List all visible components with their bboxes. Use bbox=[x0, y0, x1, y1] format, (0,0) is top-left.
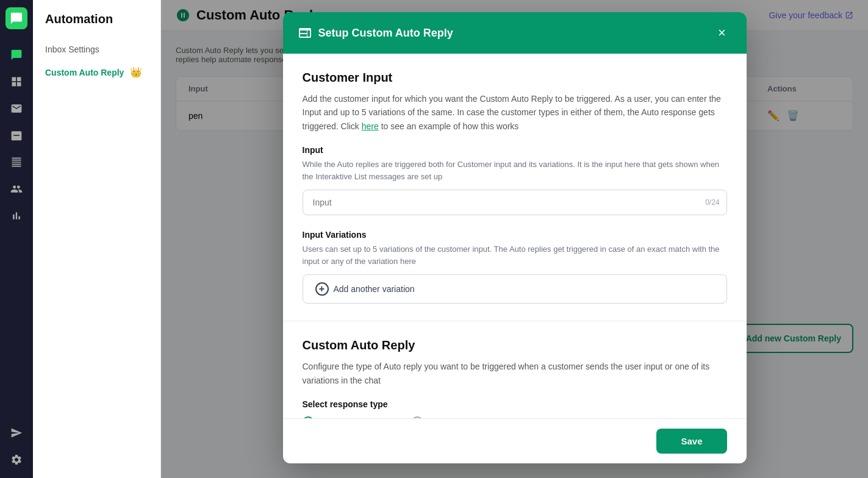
here-link[interactable]: here bbox=[362, 121, 379, 131]
customer-input-description: Add the customer input for which you wan… bbox=[303, 92, 727, 133]
modal-close-button[interactable]: × bbox=[712, 23, 732, 43]
app-logo bbox=[5, 7, 27, 29]
auto-reply-heading: Custom Auto Reply bbox=[303, 338, 727, 352]
input-field-wrapper: 0/24 bbox=[303, 190, 727, 215]
input-field-desc: While the Auto replies are triggered bot… bbox=[303, 159, 727, 182]
input-field[interactable] bbox=[303, 190, 727, 215]
plus-icon: + bbox=[315, 282, 329, 296]
app-title: Automation bbox=[33, 12, 160, 38]
sidebar-item-custom-auto-reply[interactable]: Custom Auto Reply 👑 bbox=[33, 60, 160, 84]
settings-sidebar-icon[interactable] bbox=[5, 449, 27, 471]
customer-input-heading: Customer Input bbox=[303, 71, 727, 85]
modal-title: Setup Custom Auto Reply bbox=[298, 26, 453, 40]
grid-sidebar-icon[interactable] bbox=[5, 71, 27, 93]
people-sidebar-icon[interactable] bbox=[5, 178, 27, 200]
inbox-sidebar-icon[interactable] bbox=[5, 98, 27, 120]
variations-desc: Users can set up to 5 variations of the … bbox=[303, 243, 727, 267]
modal-footer: Save bbox=[283, 418, 747, 463]
megaphone-sidebar-icon[interactable] bbox=[5, 124, 27, 146]
modal-body: Customer Input Add the customer input fo… bbox=[283, 54, 747, 418]
variations-label: Input Variations bbox=[303, 230, 727, 240]
left-navigation: Automation Inbox Settings Custom Auto Re… bbox=[33, 0, 161, 478]
send-sidebar-icon[interactable] bbox=[5, 422, 27, 444]
input-field-label: Input bbox=[303, 145, 727, 155]
sidebar-item-inbox-settings[interactable]: Inbox Settings bbox=[33, 38, 160, 60]
modal-header-icon bbox=[298, 26, 312, 40]
crown-icon: 👑 bbox=[130, 67, 142, 77]
save-button[interactable]: Save bbox=[656, 429, 726, 454]
add-variation-button[interactable]: + Add another variation bbox=[303, 274, 727, 304]
sidebar-icons bbox=[0, 0, 33, 478]
modal-overlay: Setup Custom Auto Reply × Customer Input… bbox=[161, 0, 868, 478]
auto-reply-desc: Configure the type of Auto reply you wan… bbox=[303, 360, 727, 387]
chart-sidebar-icon[interactable] bbox=[5, 205, 27, 227]
section-divider bbox=[283, 321, 747, 321]
setup-modal: Setup Custom Auto Reply × Customer Input… bbox=[283, 12, 747, 463]
modal-header: Setup Custom Auto Reply × bbox=[283, 12, 747, 54]
response-type-label: Select response type bbox=[303, 399, 727, 409]
main-content: Custom Auto Reply Give your feedback Cus… bbox=[161, 0, 868, 478]
chat-sidebar-icon[interactable] bbox=[5, 44, 27, 66]
char-count: 0/24 bbox=[705, 198, 719, 207]
table-sidebar-icon[interactable] bbox=[5, 151, 27, 173]
